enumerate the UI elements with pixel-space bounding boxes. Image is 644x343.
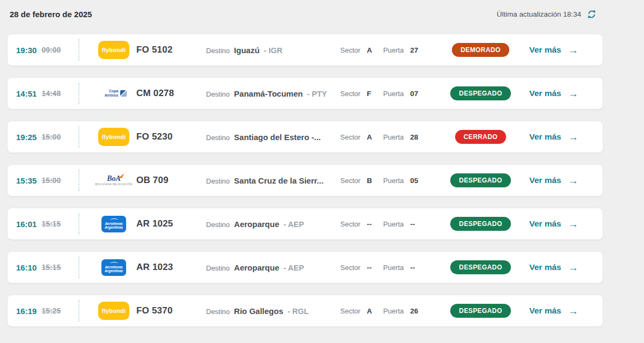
flight-number: FO 5102: [136, 45, 201, 55]
ver-mas-link[interactable]: Ver más →: [529, 89, 578, 99]
airline-logo-cell: flybondi: [91, 41, 136, 59]
destination-cell: Destino Santa Cruz de la Sierr...: [206, 176, 340, 185]
status-cell: DESPEGADO: [448, 260, 514, 274]
destination-cell: Destino Rio Gallegos - RGL: [206, 306, 340, 316]
original-time: 15:00: [41, 176, 61, 185]
gate-cell: Puerta --: [383, 220, 437, 228]
status-cell: DESPEGADO: [448, 173, 514, 187]
puerta-label: Puerta: [383, 133, 404, 141]
destination-cell: Destino Panamá-Tocumen - PTY: [206, 89, 340, 98]
last-update-area: Última actualización 18:34: [496, 9, 597, 19]
time-cell: 16:19 15:25: [16, 306, 78, 316]
condor-icon: [110, 262, 118, 265]
ver-mas-link[interactable]: Ver más →: [529, 219, 578, 229]
dotted-separator: [78, 83, 79, 104]
flight-row: 15:35 15:00 BoA BOLIVIANA DE AVIACIÓN OB…: [8, 165, 603, 196]
status-badge: DESPEGADO: [450, 86, 510, 100]
last-update-label: Última actualización 18:34: [496, 10, 581, 18]
dotted-separator: [78, 300, 79, 322]
sector-cell: Sector A: [340, 133, 383, 141]
sector-cell: Sector --: [340, 264, 383, 272]
sector-label: Sector: [340, 90, 361, 98]
more-cell: Ver más →: [514, 45, 594, 55]
more-cell: Ver más →: [514, 132, 594, 142]
sector-label: Sector: [340, 46, 361, 54]
original-time: 14:48: [41, 89, 61, 98]
destination-name: Iguazú: [234, 46, 260, 55]
arrow-right-icon: →: [568, 306, 579, 316]
condor-icon: [110, 218, 118, 221]
boa-sublabel: BOLIVIANA DE AVIACIÓN: [95, 183, 132, 186]
sector-value: B: [367, 177, 372, 185]
gate-cell: Puerta 26: [383, 307, 437, 315]
gate-value: 05: [410, 177, 418, 185]
updated-time: 19:30: [16, 46, 36, 55]
flybondi-logo: flybondi: [98, 302, 129, 320]
destino-label: Destino: [206, 90, 230, 98]
gate-value: 07: [410, 90, 418, 98]
gate-value: --: [410, 264, 415, 272]
gate-cell: Puerta --: [383, 264, 437, 272]
flight-number: AR 1023: [136, 262, 201, 273]
original-time: 15:00: [41, 133, 61, 141]
sector-value: --: [367, 264, 372, 272]
destination-code: - IGR: [264, 46, 283, 55]
sector-cell: Sector B: [340, 177, 383, 185]
ver-mas-link[interactable]: Ver más →: [529, 132, 578, 142]
destination-code: - PTY: [307, 90, 327, 98]
aerolineas-argentinas-logo: Aerolíneas Argentinas: [101, 216, 126, 232]
ver-mas-link[interactable]: Ver más →: [529, 262, 578, 273]
aerolineas-argentinas-logo: Aerolíneas Argentinas: [101, 259, 126, 276]
sector-cell: Sector A: [340, 46, 383, 54]
time-cell: 16:10 15:15: [16, 263, 78, 272]
airline-label: BoA: [107, 175, 121, 183]
sector-label: Sector: [340, 177, 361, 185]
refresh-button[interactable]: [587, 9, 597, 19]
time-cell: 19:30 09:00: [16, 46, 78, 55]
time-cell: 16:01 15:15: [16, 220, 78, 229]
updated-time: 16:10: [16, 263, 36, 272]
status-cell: CERRADO: [448, 130, 514, 144]
airline-logo-cell: flybondi: [91, 302, 136, 320]
dotted-separator: [78, 170, 79, 191]
more-cell: Ver más →: [514, 176, 594, 186]
sector-value: A: [367, 307, 372, 315]
airline-label: Copa Airlines: [101, 89, 119, 97]
flight-number: OB 709: [136, 175, 201, 186]
sector-cell: Sector A: [340, 307, 383, 315]
airline-logo-cell: BoA BOLIVIANA DE AVIACIÓN: [91, 175, 136, 186]
original-time: 15:15: [41, 263, 61, 272]
dotted-separator: [78, 39, 79, 61]
puerta-label: Puerta: [383, 46, 404, 54]
gate-value: 28: [410, 133, 418, 141]
sector-label: Sector: [340, 220, 361, 228]
more-cell: Ver más →: [514, 89, 594, 99]
ver-mas-link[interactable]: Ver más →: [529, 306, 578, 316]
flight-row: 19:25 15:00 flybondi FO 5230 Destino San…: [8, 121, 603, 152]
ver-mas-label: Ver más: [529, 306, 561, 316]
arrow-right-icon: →: [568, 176, 579, 186]
ver-mas-link[interactable]: Ver más →: [529, 176, 578, 186]
airline-label: flybondi: [102, 308, 126, 314]
ver-mas-link[interactable]: Ver más →: [529, 45, 578, 55]
airline-logo-cell: Aerolíneas Argentinas: [91, 259, 136, 276]
boa-logo: BoA BOLIVIANA DE AVIACIÓN: [95, 175, 132, 186]
refresh-icon: [587, 9, 597, 19]
destination-cell: Destino Santiago del Estero -...: [206, 133, 340, 142]
destination-name: Santiago del Estero -...: [234, 133, 321, 142]
sector-value: A: [367, 133, 372, 141]
original-time: 15:15: [41, 220, 61, 228]
top-bar: 28 de febrero de 2025 Última actualizaci…: [0, 0, 644, 21]
destination-name: Aeroparque: [234, 220, 279, 229]
destination-code: - AEP: [283, 220, 304, 229]
status-cell: DEMORADO: [448, 43, 514, 57]
more-cell: Ver más →: [514, 219, 594, 229]
arrow-right-icon: →: [568, 219, 579, 229]
puerta-label: Puerta: [383, 307, 404, 315]
page-date-title: 28 de febrero de 2025: [10, 10, 92, 19]
flight-row: 16:01 15:15 Aerolíneas Argentinas AR 102…: [8, 208, 603, 239]
gate-value: 27: [410, 46, 418, 54]
more-cell: Ver más →: [514, 262, 594, 273]
status-badge: CERRADO: [455, 130, 506, 144]
dotted-separator: [78, 213, 79, 235]
